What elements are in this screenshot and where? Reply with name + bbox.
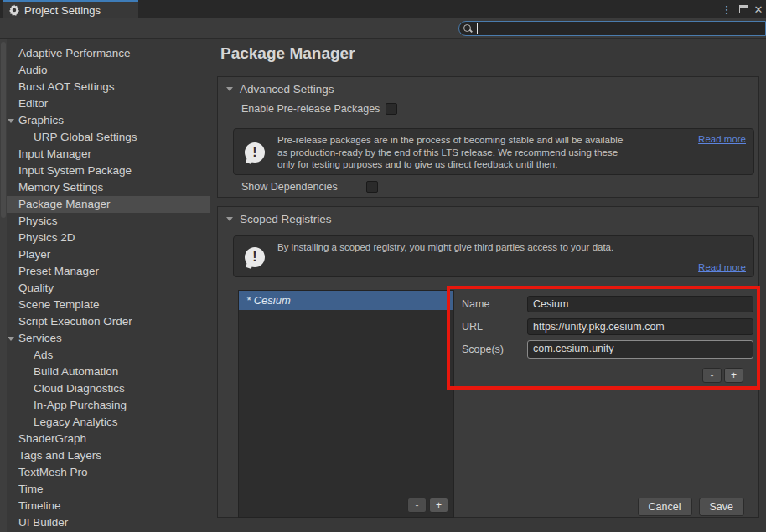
scoped-registries-header[interactable]: Scoped Registries <box>226 213 332 225</box>
close-icon[interactable]: ✕ <box>751 0 766 18</box>
sidebar-item-label: Input System Package <box>18 163 132 179</box>
settings-sidebar: Adaptive PerformanceAudioBurst AOT Setti… <box>7 39 210 532</box>
advanced-settings-header[interactable]: Advanced Settings <box>226 83 334 96</box>
registry-list: * Cesium - + <box>238 290 454 518</box>
sidebar-item-label: Memory Settings <box>18 179 103 196</box>
tab-title: Project Settings <box>24 4 101 17</box>
sidebar-item-urp-global-settings[interactable]: URP Global Settings <box>7 129 210 146</box>
registry-footer-buttons: Cancel Save <box>638 498 744 516</box>
registry-list-item[interactable]: * Cesium <box>239 291 453 310</box>
maximize-glyph <box>739 5 748 13</box>
sidebar-item-label: Input Manager <box>18 146 91 163</box>
scoped-info-box: ! By installing a scoped registry, you m… <box>233 235 754 277</box>
gear-icon <box>8 4 20 16</box>
detail-field-row: URLhttps://unity.pkg.cesium.com <box>462 318 753 336</box>
sidebar-item-label: Preset Manager <box>18 263 99 280</box>
sidebar-item-physics-2d[interactable]: Physics 2D <box>7 230 210 246</box>
remove-scope-button[interactable]: - <box>702 368 722 383</box>
sidebar-item-timeline[interactable]: Timeline <box>7 498 210 514</box>
show-dependencies-label: Show Dependencies <box>241 181 338 193</box>
sidebar-item-label: URP Global Settings <box>34 129 137 146</box>
show-dependencies-checkbox[interactable] <box>366 181 378 193</box>
advanced-settings-section: Advanced Settings Enable Pre-release Pac… <box>217 76 759 198</box>
registry-detail-pane: Scope(s)com.cesium.unityURLhttps://unity… <box>454 290 758 518</box>
sidebar-item-quality[interactable]: Quality <box>7 280 210 297</box>
sidebar-item-label: ShaderGraph <box>18 431 86 447</box>
scope-actions: - + <box>702 368 743 383</box>
sidebar-item-label: Tags and Layers <box>18 447 101 464</box>
read-more-link[interactable]: Read more <box>698 262 746 272</box>
sidebar-item-adaptive-performance[interactable]: Adaptive Performance <box>7 45 210 62</box>
sidebar-item-physics[interactable]: Physics <box>7 213 210 230</box>
info-icon: ! <box>245 247 265 267</box>
project-settings-window: Project Settings ⋮ ✕ Adaptive Performanc… <box>0 0 766 532</box>
add-registry-button[interactable]: + <box>429 498 448 513</box>
sidebar-item-preset-manager[interactable]: Preset Manager <box>7 263 210 280</box>
page-title: Package Manager <box>220 44 355 63</box>
sidebar-item-label: Player <box>18 246 50 263</box>
sidebar-item-label: Physics 2D <box>18 230 75 246</box>
field-label-name: Name <box>462 298 527 310</box>
sidebar-item-audio[interactable]: Audio <box>7 62 210 79</box>
detail-field-row: Scope(s)com.cesium.unity <box>462 340 753 359</box>
sidebar-item-label: Build Automation <box>34 364 118 380</box>
sidebar-item-label: Legacy Analytics <box>34 414 118 431</box>
sidebar-item-ads[interactable]: Ads <box>7 347 210 364</box>
sidebar-item-ui-builder[interactable]: UI Builder <box>7 514 210 531</box>
search-input[interactable] <box>458 21 766 36</box>
sidebar-item-in-app-purchasing[interactable]: In-App Purchasing <box>7 397 210 414</box>
sidebar-item-editor[interactable]: Editor <box>7 96 210 112</box>
field-input-scope-s-[interactable]: com.cesium.unity <box>527 340 753 359</box>
enable-prerelease-label: Enable Pre-release Packages <box>241 103 380 115</box>
window-menu-icon[interactable]: ⋮ <box>719 0 734 18</box>
sidebar-item-label: In-App Purchasing <box>34 397 127 414</box>
enable-prerelease-checkbox[interactable] <box>386 103 397 115</box>
main-panel: Package Manager Advanced Settings Enable… <box>211 39 766 532</box>
sidebar-item-textmesh-pro[interactable]: TextMesh Pro <box>7 464 210 481</box>
sidebar-item-scene-template[interactable]: Scene Template <box>7 297 210 313</box>
sidebar-item-label: Time <box>18 481 44 498</box>
sidebar-item-memory-settings[interactable]: Memory Settings <box>7 179 210 196</box>
sidebar-item-input-system-package[interactable]: Input System Package <box>7 163 210 179</box>
sidebar-item-label: Burst AOT Settings <box>18 79 115 96</box>
maximize-icon[interactable] <box>736 0 751 18</box>
sidebar-scrollbar[interactable] <box>0 39 7 532</box>
toolbar <box>0 18 766 39</box>
scoped-registries-section: Scoped Registries ! By installing a scop… <box>217 206 759 518</box>
sidebar-item-shadergraph[interactable]: ShaderGraph <box>7 431 210 447</box>
sidebar-item-label: Editor <box>18 96 48 112</box>
read-more-link[interactable]: Read more <box>698 134 746 144</box>
sidebar-item-graphics[interactable]: Graphics <box>7 112 210 129</box>
title-bar: Project Settings ⋮ ✕ <box>0 0 766 18</box>
enable-prerelease-row: Enable Pre-release Packages <box>241 103 397 115</box>
scrollbar-thumb[interactable] <box>1 42 6 218</box>
sidebar-item-package-manager[interactable]: Package Manager <box>7 196 210 213</box>
field-input-url[interactable]: https://unity.pkg.cesium.com <box>527 318 753 335</box>
sidebar-list: Adaptive PerformanceAudioBurst AOT Setti… <box>7 45 210 531</box>
expander-arrow-icon[interactable] <box>8 337 14 341</box>
sidebar-item-label: Audio <box>18 62 48 79</box>
sidebar-item-player[interactable]: Player <box>7 246 210 263</box>
sidebar-item-script-execution-order[interactable]: Script Execution Order <box>7 313 210 330</box>
sidebar-item-legacy-analytics[interactable]: Legacy Analytics <box>7 414 210 431</box>
field-input-name[interactable]: Cesium <box>527 296 753 312</box>
save-button[interactable]: Save <box>699 498 745 516</box>
expander-arrow-icon[interactable] <box>8 119 14 123</box>
sidebar-item-time[interactable]: Time <box>7 481 210 498</box>
add-scope-button[interactable]: + <box>724 368 743 383</box>
sidebar-item-input-manager[interactable]: Input Manager <box>7 146 210 163</box>
remove-registry-button[interactable]: - <box>407 498 427 513</box>
sidebar-item-services[interactable]: Services <box>7 330 210 347</box>
scoped-info-text: By installing a scoped registry, you mig… <box>277 241 613 254</box>
sidebar-item-burst-aot-settings[interactable]: Burst AOT Settings <box>7 79 210 96</box>
field-label-url: URL <box>462 321 527 333</box>
sidebar-item-cloud-diagnostics[interactable]: Cloud Diagnostics <box>7 380 210 397</box>
sidebar-item-build-automation[interactable]: Build Automation <box>7 364 210 380</box>
sidebar-item-label: Ads <box>34 347 53 364</box>
tab-project-settings[interactable]: Project Settings <box>3 0 138 18</box>
sidebar-item-label: Adaptive Performance <box>18 45 131 62</box>
show-dependencies-row: Show Dependencies <box>241 181 378 193</box>
cancel-button[interactable]: Cancel <box>638 498 692 516</box>
sidebar-item-tags-and-layers[interactable]: Tags and Layers <box>7 447 210 464</box>
sidebar-item-label: Timeline <box>18 498 61 514</box>
